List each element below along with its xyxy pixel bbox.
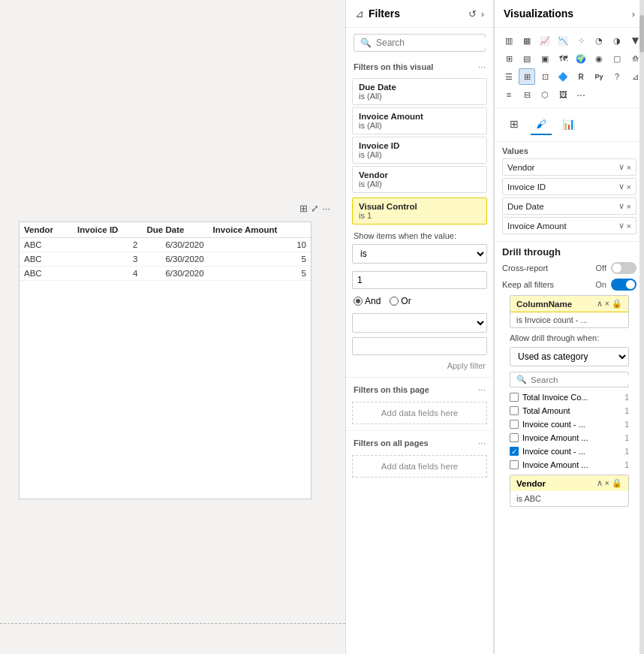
cross-report-toggle[interactable] [611, 262, 636, 274]
condition-value-row [352, 268, 487, 289]
viz-slicer[interactable]: ☰ [501, 68, 517, 85]
viz-gauge[interactable]: ◉ [591, 50, 607, 67]
filters-on-page-section: Filters on this page ··· [346, 381, 493, 399]
drill-item[interactable]: ✓ Invoice count - ... 1 [502, 445, 636, 458]
filter-icon[interactable]: ⊞ [299, 203, 308, 214]
table-row: ABC46/30/20205 [20, 267, 311, 281]
condition-value-input[interactable] [352, 271, 487, 289]
value-item-close[interactable]: × [627, 182, 631, 191]
table-cell: 10 [209, 238, 311, 252]
filters-expand-icon[interactable]: › [481, 8, 484, 20]
filters-title: Filters [369, 8, 464, 20]
viz-line-chart[interactable]: 📈 [537, 32, 553, 49]
filters-visual-more[interactable]: ··· [478, 62, 486, 72]
drill-item[interactable]: Total Invoice Co... 1 [502, 390, 636, 404]
filter-card[interactable]: Invoice ID is (All) [352, 137, 487, 164]
vc-close-icon[interactable]: × [605, 478, 609, 488]
filter-search-input[interactable] [376, 38, 489, 48]
vc-up-icon[interactable]: ∧ [597, 478, 603, 488]
dotted-divider [0, 623, 345, 624]
keep-filters-toggle[interactable] [611, 279, 636, 291]
filters-refresh-icon[interactable]: ↺ [468, 8, 477, 20]
viz-filled-map[interactable]: 🌍 [573, 50, 589, 67]
value-item-chevron[interactable]: ∨ [618, 221, 624, 231]
drill-item[interactable]: Total Amount 1 [502, 404, 636, 417]
second-condition-dropdown[interactable] [352, 313, 487, 333]
drill-item-checkbox[interactable] [510, 460, 519, 469]
viz-pie[interactable]: ◔ [591, 32, 607, 49]
viz-shape[interactable]: ⬡ [537, 86, 553, 103]
viz-r[interactable]: R [573, 68, 589, 85]
focus-icon[interactable]: ⤢ [311, 203, 319, 214]
format-icon[interactable]: 🖌 [531, 114, 552, 135]
cnc-close-icon[interactable]: × [605, 299, 609, 309]
filter-card-val: is (All) [359, 121, 480, 130]
viz-stacked-bar[interactable]: ▥ [501, 32, 517, 49]
vc-lock-icon[interactable]: 🔒 [612, 478, 622, 488]
and-option[interactable]: And [354, 296, 381, 306]
viz-waterfall[interactable]: ▤ [519, 50, 535, 67]
viz-expand-icon[interactable]: › [632, 8, 635, 20]
viz-matrix[interactable]: ⊡ [537, 68, 553, 85]
drill-item[interactable]: Invoice count - ... 1 [502, 417, 636, 431]
filters-all-more[interactable]: ··· [478, 438, 486, 448]
analytics-icon[interactable]: 📊 [558, 114, 579, 135]
viz-donut[interactable]: ◑ [609, 32, 625, 49]
viz-smart-narr[interactable]: ≡ [501, 86, 517, 103]
value-item-chevron[interactable]: ∨ [618, 201, 624, 211]
values-section: Values Vendor ∨ × Invoice ID ∨ × D [495, 142, 644, 241]
cnc-up-icon[interactable]: ∧ [597, 299, 603, 309]
viz-paginated[interactable]: ⊟ [519, 86, 535, 103]
more-icon[interactable]: ··· [322, 203, 330, 214]
or-option[interactable]: Or [390, 296, 411, 306]
drill-item-checkbox[interactable] [510, 433, 519, 442]
viz-treemap[interactable]: ▣ [537, 50, 553, 67]
value-item-close[interactable]: × [627, 222, 631, 231]
cnc-lock-icon[interactable]: 🔒 [612, 299, 622, 309]
used-category-select[interactable]: Used as category [510, 347, 629, 366]
apply-filter-button[interactable]: Apply filter [447, 361, 486, 370]
value-item-chevron[interactable]: ∨ [618, 182, 624, 191]
drill-item-checkbox[interactable] [510, 420, 519, 429]
drill-item-count: 1 [624, 447, 629, 456]
or-radio[interactable] [390, 297, 399, 306]
value-item: Invoice ID ∨ × [502, 178, 636, 195]
and-radio[interactable] [354, 297, 363, 306]
filters-page-more[interactable]: ··· [478, 384, 486, 395]
viz-python[interactable]: Py [591, 68, 607, 85]
viz-table[interactable]: ⊞ [519, 68, 535, 85]
viz-map[interactable]: 🗺 [555, 50, 571, 67]
filter-card-val: is (All) [359, 92, 480, 101]
viz-more[interactable]: ··· [573, 86, 589, 103]
drill-item-count: 1 [624, 433, 629, 442]
filter-card[interactable]: Vendor is (All) [352, 166, 487, 193]
drill-search-input[interactable] [531, 375, 641, 384]
viz-azure-map[interactable]: 🔷 [555, 68, 571, 85]
fields-icon[interactable]: ⊞ [504, 114, 525, 135]
viz-scatter[interactable]: ⁘ [573, 32, 589, 49]
filter-card[interactable]: Due Date is (All) [352, 78, 487, 105]
viz-scrollbar[interactable] [639, 0, 644, 654]
viz-image[interactable]: 🖼 [555, 86, 571, 103]
viz-area-chart[interactable]: 📉 [555, 32, 571, 49]
drill-item-checkbox[interactable] [510, 393, 519, 402]
drill-item-checkbox[interactable] [510, 406, 519, 415]
drill-section: Drill through Cross-report Off Keep all … [495, 241, 644, 511]
drill-item[interactable]: Invoice Amount ... 1 [502, 458, 636, 472]
filter-card[interactable]: Invoice Amount is (All) [352, 107, 487, 134]
viz-ribbon[interactable]: ⊞ [501, 50, 517, 67]
second-condition-input[interactable] [352, 337, 487, 355]
drill-item[interactable]: Invoice Amount ... 1 [502, 431, 636, 445]
viz-card[interactable]: ▢ [609, 50, 625, 67]
value-item-chevron[interactable]: ∨ [618, 162, 624, 172]
value-item-close[interactable]: × [627, 202, 631, 211]
add-data-page-btn[interactable]: Add data fields here [352, 402, 487, 424]
visual-control-card[interactable]: Visual Control is 1 [352, 197, 487, 225]
viz-qna[interactable]: ? [609, 68, 625, 85]
viz-bar-chart[interactable]: ▦ [519, 32, 535, 49]
vc-actions: ∧ × 🔒 [597, 478, 622, 488]
value-item-close[interactable]: × [627, 163, 631, 172]
add-data-all-btn[interactable]: Add data fields here [352, 455, 487, 478]
drill-item-checkbox[interactable]: ✓ [510, 447, 519, 456]
condition-dropdown[interactable]: is is not is less than is greater than [352, 244, 487, 264]
